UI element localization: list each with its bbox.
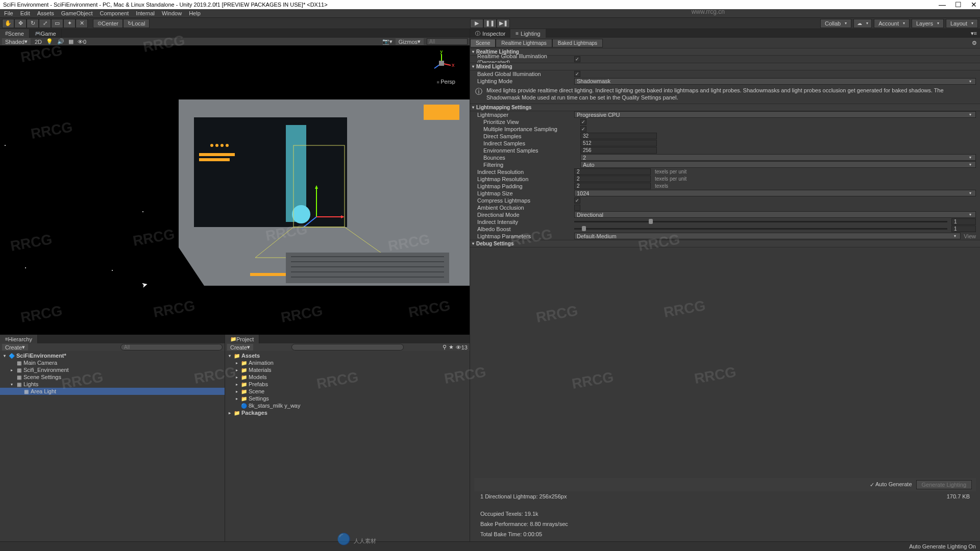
slider-value[interactable] bbox=[951, 218, 976, 225]
move-tool-icon[interactable]: ✥ bbox=[14, 19, 27, 28]
project-folder[interactable]: ▸📁Animation bbox=[225, 359, 470, 366]
checkbox[interactable]: ✓ bbox=[580, 119, 586, 125]
menu-edit[interactable]: Edit bbox=[20, 10, 30, 16]
dropdown[interactable]: Progressive CPU bbox=[574, 111, 976, 118]
cloud-icon[interactable]: ☁ bbox=[853, 19, 872, 28]
custom-tool-icon[interactable]: ✕ bbox=[76, 19, 88, 28]
number-input[interactable] bbox=[574, 168, 651, 175]
hierarchy-search-input[interactable] bbox=[120, 344, 223, 350]
hand-tool-icon[interactable]: ✋ bbox=[2, 19, 14, 28]
lighting-settings-icon[interactable]: ⚙ bbox=[969, 40, 980, 46]
menu-component[interactable]: Component bbox=[100, 10, 129, 16]
section-lightmapping[interactable]: Lightmapping Settings bbox=[470, 104, 980, 111]
auto-generate-checkbox[interactable]: ✓ Auto Generate bbox=[870, 481, 912, 488]
layout-dropdown[interactable]: Layout bbox=[946, 19, 978, 28]
close-icon[interactable]: ✕ bbox=[971, 1, 977, 9]
rect-tool-icon[interactable]: ▭ bbox=[51, 19, 63, 28]
minimize-icon[interactable]: — bbox=[939, 1, 946, 9]
tab-hierarchy[interactable]: ≡ Hierarchy bbox=[0, 335, 38, 343]
number-input[interactable] bbox=[580, 147, 657, 154]
slider[interactable] bbox=[574, 221, 947, 222]
menu-help[interactable]: Help bbox=[189, 10, 201, 16]
project-folder[interactable]: ▸📁Materials bbox=[225, 366, 470, 373]
project-folder[interactable]: ▸📁Prefabs bbox=[225, 381, 470, 388]
number-input[interactable] bbox=[574, 183, 651, 189]
packages-folder[interactable]: ▸📁Packages bbox=[225, 409, 470, 416]
tab-scene[interactable]: # Scene bbox=[0, 29, 30, 38]
pause-button-icon[interactable]: ❚❚ bbox=[483, 19, 497, 28]
play-button-icon[interactable]: ▶ bbox=[470, 19, 483, 28]
slider[interactable] bbox=[574, 228, 947, 230]
project-search-input[interactable] bbox=[291, 344, 404, 350]
generate-lighting-button[interactable]: Generate Lighting bbox=[916, 480, 972, 489]
realtime-gi-checkbox[interactable]: ✓ bbox=[574, 56, 580, 62]
account-dropdown[interactable]: Account bbox=[874, 19, 910, 28]
baked-gi-checkbox[interactable]: ✓ bbox=[574, 71, 580, 77]
project-create-dropdown[interactable]: Create ▾ bbox=[227, 344, 253, 350]
favorites-icon[interactable]: ★ bbox=[449, 344, 454, 350]
hierarchy-item-selected[interactable]: ▦Area Light bbox=[0, 388, 225, 395]
project-asset[interactable]: 🔵8k_stars_milk y_way bbox=[225, 402, 470, 409]
scale-tool-icon[interactable]: ⤢ bbox=[39, 19, 51, 28]
maximize-icon[interactable]: ☐ bbox=[955, 1, 962, 9]
audio-icon[interactable]: 🔊 bbox=[57, 38, 64, 45]
collab-dropdown[interactable]: Collab bbox=[820, 19, 851, 28]
checkbox[interactable] bbox=[574, 205, 580, 211]
number-input[interactable] bbox=[580, 133, 657, 139]
pivot-local-button[interactable]: ↻ Local bbox=[123, 19, 150, 28]
camera-icon[interactable]: 📷▾ bbox=[382, 38, 393, 45]
scene-root[interactable]: ▾🔷SciFiEnvironment* bbox=[0, 352, 225, 359]
dropdown[interactable]: 2 bbox=[580, 154, 976, 161]
lighting-mode-dropdown[interactable]: Shadowmask bbox=[574, 78, 976, 85]
orientation-gizmo-icon[interactable]: y x bbox=[429, 51, 454, 76]
menu-file[interactable]: File bbox=[4, 10, 13, 16]
hidden-icon[interactable]: 👁13 bbox=[456, 344, 468, 350]
menu-internal[interactable]: Internal bbox=[136, 10, 155, 16]
subtab-realtime-lm[interactable]: Realtime Lightmaps bbox=[496, 39, 552, 47]
perspective-label[interactable]: ≡ Persp bbox=[436, 79, 455, 85]
tab-lighting[interactable]: ≡ Lighting bbox=[510, 29, 545, 38]
subtab-baked-lm[interactable]: Baked Lightmaps bbox=[552, 39, 603, 47]
scene-viewport[interactable]: y x ≡ Persp bbox=[0, 45, 470, 335]
fx-icon[interactable]: ▦ bbox=[68, 38, 74, 45]
rotate-tool-icon[interactable]: ↻ bbox=[27, 19, 39, 28]
transform-tool-icon[interactable]: ✦ bbox=[63, 19, 76, 28]
view-button[interactable]: View bbox=[964, 233, 976, 239]
pivot-center-button[interactable]: ⊙ Center bbox=[93, 19, 123, 28]
hierarchy-create-dropdown[interactable]: Create ▾ bbox=[2, 344, 28, 350]
section-mixed-lighting[interactable]: Mixed Lighting bbox=[470, 63, 980, 70]
hierarchy-item[interactable]: ▸▦Scifi_Environment bbox=[0, 366, 225, 373]
project-folder[interactable]: ▸📁Settings bbox=[225, 395, 470, 402]
dropdown[interactable]: Directional bbox=[574, 211, 976, 218]
checkbox[interactable]: ✓ bbox=[574, 197, 580, 204]
number-input[interactable] bbox=[574, 176, 651, 182]
checkbox[interactable]: ✓ bbox=[580, 126, 586, 132]
scene-search-input[interactable] bbox=[427, 38, 468, 45]
filter-icon[interactable]: ⚲ bbox=[443, 344, 447, 350]
tab-game[interactable]: 🎮 Game bbox=[30, 29, 62, 38]
tab-inspector[interactable]: ⓘ Inspector bbox=[470, 29, 510, 38]
menu-gameobject[interactable]: GameObject bbox=[61, 10, 93, 16]
project-folder[interactable]: ▸📁Models bbox=[225, 373, 470, 381]
lighting-icon[interactable]: 💡 bbox=[46, 38, 53, 45]
assets-folder[interactable]: ▾📁Assets bbox=[225, 352, 470, 359]
dropdown[interactable]: Default-Medium bbox=[574, 233, 961, 239]
section-debug[interactable]: Debug Settings bbox=[470, 240, 980, 247]
gizmos-dropdown[interactable]: Gizmos ▾ bbox=[396, 38, 424, 45]
hierarchy-item[interactable]: ▾▦Lights bbox=[0, 381, 225, 388]
dropdown[interactable]: Auto bbox=[580, 161, 976, 168]
mode-2d-toggle[interactable]: 2D bbox=[35, 39, 42, 45]
panel-menu-icon[interactable]: ▾≡ bbox=[971, 30, 980, 37]
hierarchy-item[interactable]: ▦Scene Settings bbox=[0, 373, 225, 381]
number-input[interactable] bbox=[580, 140, 657, 146]
menu-window[interactable]: Window bbox=[162, 10, 182, 16]
step-button-icon[interactable]: ▶❚ bbox=[497, 19, 510, 28]
subtab-scene[interactable]: Scene bbox=[470, 39, 496, 47]
menu-assets[interactable]: Assets bbox=[37, 10, 54, 16]
gizmo-visibility-icon[interactable]: 👁0 bbox=[78, 39, 86, 45]
dropdown[interactable]: 1024 bbox=[574, 190, 976, 196]
hierarchy-item[interactable]: ▦Main Camera bbox=[0, 359, 225, 366]
layers-dropdown[interactable]: Layers bbox=[912, 19, 944, 28]
slider-value[interactable] bbox=[951, 226, 976, 232]
shading-mode-dropdown[interactable]: Shaded ▾ bbox=[2, 38, 31, 45]
